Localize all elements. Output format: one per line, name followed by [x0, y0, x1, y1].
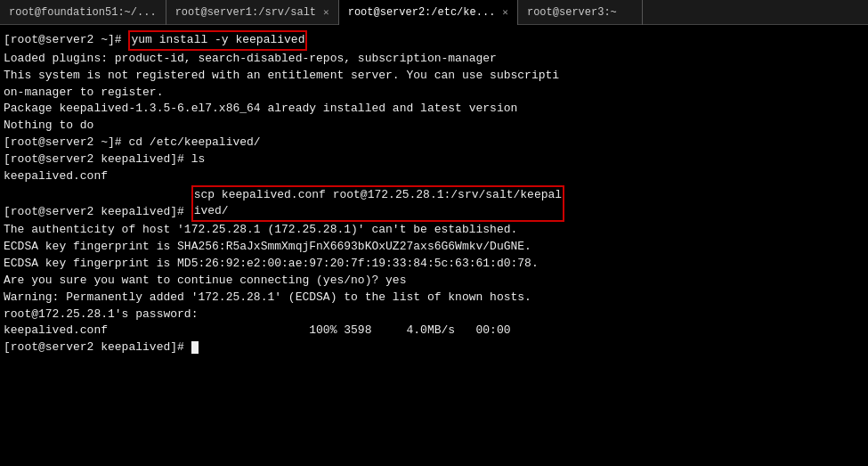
- terminal-line: keepalived.conf 100% 3598 4.0MB/s 00:00: [4, 323, 864, 339]
- terminal-line: [root@server2 keepalived]# ls: [4, 151, 864, 168]
- tab-bar: root@foundation51:~/... root@server1:/sr…: [0, 0, 868, 25]
- tab-server1[interactable]: root@server1:/srv/salt ✕: [166, 0, 339, 25]
- scp-command-highlight: scp keepalived.conf root@172.25.28.1:/sr…: [191, 185, 564, 223]
- terminal-line: Are you sure you want to continue connec…: [4, 273, 864, 290]
- terminal-line: [root@server2 ~]# yum install -y keepali…: [4, 30, 864, 51]
- terminal-line: This system is not registered with an en…: [4, 68, 864, 85]
- tab-label: root@server1:/srv/salt: [175, 6, 316, 19]
- tab-label: root@server2:/etc/ke...: [348, 6, 496, 19]
- terminal-line: Package keepalived-1.3.5-6.el7.x86_64 al…: [4, 101, 864, 118]
- terminal-line: [root@server2 ~]# cd /etc/keepalived/: [4, 135, 864, 151]
- yum-command-highlight: yum install -y keepalived: [128, 30, 307, 51]
- terminal-line: [root@server2 keepalived]#: [4, 339, 864, 356]
- terminal-line: Loaded plugins: product-id, search-disab…: [4, 51, 864, 68]
- terminal-line: ECDSA key fingerprint is SHA256:R5aJxSmm…: [4, 239, 864, 256]
- tab-close-icon[interactable]: ✕: [323, 6, 329, 18]
- terminal-line: root@172.25.28.1's password:: [4, 307, 864, 323]
- terminal-area[interactable]: [root@server2 ~]# yum install -y keepali…: [0, 25, 868, 466]
- terminal-line: Warning: Permanently added '172.25.28.1'…: [4, 290, 864, 307]
- tab-server3[interactable]: root@server3:~: [518, 0, 643, 25]
- terminal-line: on-manager to register.: [4, 85, 864, 102]
- terminal-line: Nothing to do: [4, 118, 864, 135]
- cursor: [191, 341, 199, 354]
- you-text: You: [406, 69, 426, 82]
- tab-close-icon[interactable]: ✕: [502, 6, 508, 18]
- terminal-line: The authenticity of host '172.25.28.1 (1…: [4, 222, 864, 239]
- terminal-line: [root@server2 keepalived]# scp keepalive…: [4, 185, 864, 223]
- terminal-line: keepalived.conf: [4, 168, 864, 185]
- tab-foundation51[interactable]: root@foundation51:~/...: [0, 0, 166, 25]
- tab-server2[interactable]: root@server2:/etc/ke... ✕: [339, 0, 518, 25]
- terminal-line: ECDSA key fingerprint is MD5:26:92:e2:00…: [4, 256, 864, 273]
- tab-label: root@server3:~: [527, 6, 617, 19]
- tab-label: root@foundation51:~/...: [9, 6, 157, 19]
